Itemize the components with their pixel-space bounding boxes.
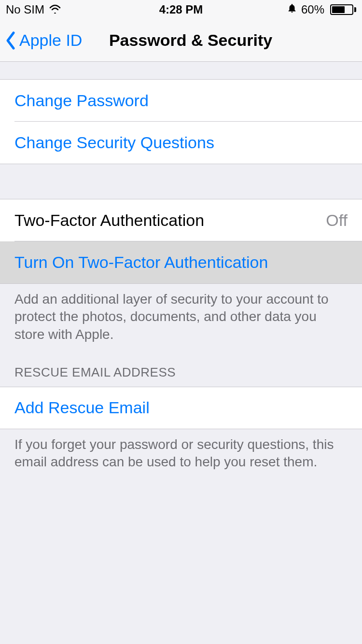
rescue-email-footer: If you forget your password or security … — [0, 429, 362, 478]
change-password-button[interactable]: Change Password — [0, 79, 362, 122]
cell-label: Change Password — [14, 91, 149, 110]
change-security-questions-button[interactable]: Change Security Questions — [0, 122, 362, 164]
add-rescue-email-button[interactable]: Add Rescue Email — [0, 387, 362, 429]
back-button[interactable]: Apple ID — [5, 31, 82, 50]
two-factor-status-row[interactable]: Two-Factor Authentication Off — [0, 199, 362, 241]
carrier-label: No SIM — [6, 3, 44, 16]
two-factor-value: Off — [326, 211, 348, 230]
page-title: Password & Security — [109, 31, 272, 50]
rescue-email-header: Rescue Email Address — [0, 350, 362, 387]
wifi-icon — [48, 3, 62, 16]
cell-label: Change Security Questions — [14, 133, 214, 152]
turn-on-two-factor-button[interactable]: Turn On Two-Factor Authentication — [0, 241, 362, 284]
cell-label: Turn On Two-Factor Authentication — [14, 253, 268, 272]
status-time: 4:28 PM — [159, 3, 203, 16]
status-bar: No SIM 4:28 PM 60% — [0, 0, 362, 19]
navigation-bar: Apple ID Password & Security — [0, 19, 362, 62]
back-label: Apple ID — [19, 31, 82, 50]
battery-icon — [328, 4, 356, 15]
two-factor-footer: Add an additional layer of security to y… — [0, 284, 362, 350]
alarm-icon — [287, 3, 297, 16]
chevron-left-icon — [5, 31, 16, 50]
cell-label: Add Rescue Email — [14, 398, 150, 417]
battery-percent: 60% — [301, 3, 324, 16]
cell-label: Two-Factor Authentication — [14, 211, 204, 230]
